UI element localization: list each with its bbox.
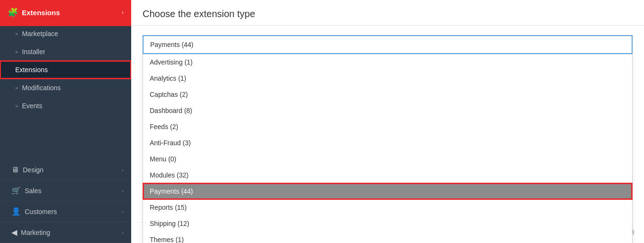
sidebar-item-extensions-label: Extensions	[15, 66, 48, 74]
chevron-design-icon: ›	[122, 167, 124, 173]
sidebar-item-events-label: Events	[22, 102, 42, 110]
extensions-icon: 🧩	[8, 7, 18, 18]
dropdown-list: Advertising (1) Analytics (1) Captchas (…	[143, 54, 633, 243]
page-title: Choose the extension type	[143, 9, 633, 19]
dropdown-selected[interactable]: Payments (44)	[143, 35, 633, 54]
sidebar-top-label: Extensions	[22, 9, 118, 17]
sidebar-item-marketplace-icon: »	[15, 31, 18, 37]
marketing-icon: ◀	[11, 228, 17, 237]
sales-icon: 🛒	[11, 186, 21, 195]
sidebar-item-sales-label: Sales	[25, 187, 118, 195]
sidebar: 🧩 Extensions › » Marketplace » Installer…	[0, 0, 131, 243]
sidebar-item-modifications-label: Modifications	[22, 84, 61, 92]
sidebar-item-installer-icon: »	[15, 49, 18, 55]
sidebar-item-extensions[interactable]: Extensions	[0, 61, 131, 79]
dropdown-item-captchas[interactable]: Captchas (2)	[143, 86, 632, 103]
extension-type-dropdown: Payments (44) Advertising (1) Analytics …	[143, 35, 633, 54]
dropdown-item-modules[interactable]: Modules (32)	[143, 167, 632, 183]
dropdown-item-analytics[interactable]: Analytics (1)	[143, 70, 632, 86]
sidebar-item-modifications-icon: »	[15, 85, 18, 91]
dropdown-item-anti-fraud[interactable]: Anti-Fraud (3)	[143, 135, 632, 151]
dropdown-item-menu[interactable]: Menu (0)	[143, 151, 632, 167]
sidebar-item-marketing-label: Marketing	[21, 229, 118, 236]
chevron-right-icon: ›	[122, 9, 124, 16]
chevron-marketing-icon: ›	[122, 230, 124, 235]
main-header: Choose the extension type	[131, 0, 644, 26]
dropdown-item-reports[interactable]: Reports (15)	[143, 199, 632, 215]
dropdown-item-shipping[interactable]: Shipping (12)	[143, 215, 632, 232]
sidebar-item-design[interactable]: 🖥 Design ›	[0, 160, 131, 180]
dropdown-item-dashboard[interactable]: Dashboard (8)	[143, 103, 632, 119]
dropdown-item-payments[interactable]: Payments (44)	[143, 183, 632, 199]
sidebar-item-installer[interactable]: » Installer	[0, 43, 131, 61]
sidebar-item-marketing[interactable]: ◀ Marketing ›	[0, 222, 131, 243]
sidebar-item-events-icon: »	[15, 103, 18, 109]
customers-icon: 👤	[11, 207, 21, 216]
dropdown-item-feeds[interactable]: Feeds (2)	[143, 119, 632, 135]
sidebar-item-customers[interactable]: 👤 Customers ›	[0, 201, 131, 222]
sidebar-item-sales[interactable]: 🛒 Sales ›	[0, 180, 131, 201]
dropdown-selected-label: Payments (44)	[150, 41, 193, 48]
dropdown-item-advertising[interactable]: Advertising (1)	[143, 54, 632, 70]
main-content: Choose the extension type Payments (44) …	[131, 0, 644, 243]
sidebar-item-marketplace-label: Marketplace	[22, 30, 58, 37]
sidebar-item-extensions-top[interactable]: 🧩 Extensions ›	[0, 0, 131, 25]
design-icon: 🖥	[11, 166, 19, 174]
chevron-sales-icon: ›	[122, 188, 124, 194]
sidebar-item-events[interactable]: » Events	[0, 97, 131, 115]
sidebar-item-installer-label: Installer	[22, 48, 45, 56]
sidebar-item-marketplace[interactable]: » Marketplace	[0, 25, 131, 43]
chevron-customers-icon: ›	[122, 209, 124, 215]
sidebar-item-modifications[interactable]: » Modifications	[0, 79, 131, 97]
sidebar-item-design-label: Design	[23, 166, 118, 174]
dropdown-item-themes[interactable]: Themes (1)	[143, 232, 632, 243]
main-body: Payments (44) Advertising (1) Analytics …	[131, 26, 644, 243]
sidebar-item-customers-label: Customers	[25, 208, 118, 215]
